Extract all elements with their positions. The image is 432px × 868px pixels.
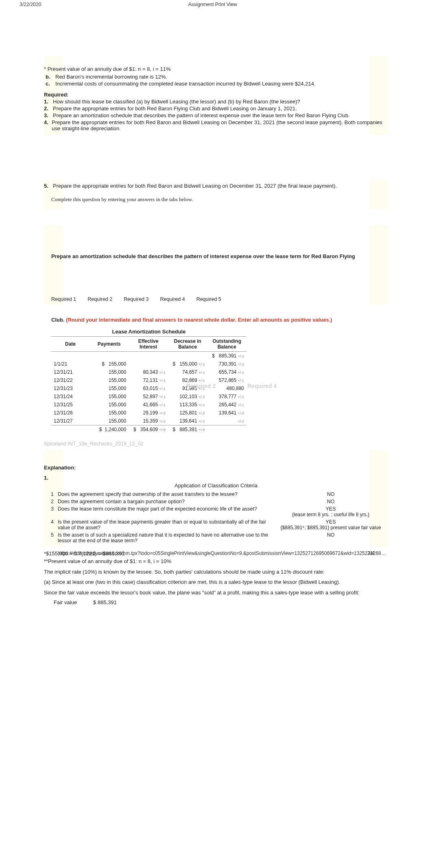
required-item: Prepare an amortization schedule that de… bbox=[53, 112, 350, 118]
tab-required-4[interactable]: Required 4 bbox=[160, 296, 185, 302]
criteria-row: 3Does the lease term constitute the majo… bbox=[45, 506, 387, 518]
para-implicit-rate: The implicit rate (10%) is known by the … bbox=[44, 568, 388, 576]
tab-required-2[interactable]: Required 2 bbox=[87, 296, 112, 302]
para-classification-a: (a) Since at least one (two in this case… bbox=[44, 579, 388, 586]
criteria-row: 2Does the agreement contain a bargain pu… bbox=[45, 498, 387, 505]
required-heading: Required: bbox=[44, 92, 388, 98]
amortization-table: DatePaymentsEffective InterestDecrease i… bbox=[51, 336, 247, 434]
para-fairvalue: Since the fair value exceeds the lessor'… bbox=[44, 589, 388, 596]
print-date: 3/22/2020 bbox=[20, 2, 41, 7]
criteria-table: 1Does the agreement specify that ownersh… bbox=[44, 490, 388, 545]
fact-c: Incremental costs of consummating the co… bbox=[55, 81, 316, 87]
fair-value-label: Fair value bbox=[54, 599, 77, 605]
criteria-row: 4Is the present value of the lease payme… bbox=[45, 519, 387, 531]
table-row: 12/31/27155,00015,359+/-2139,641+/-2+/-2 bbox=[51, 417, 247, 425]
footer-page-number: 3/4 bbox=[367, 550, 374, 556]
required-item: How should this lease be classified (a) … bbox=[53, 99, 300, 105]
watermark-req4: Required 4 bbox=[247, 383, 277, 389]
table-row: 1/1/21$ 155,000$ 155,000+/-1730,391+/-2 bbox=[51, 360, 247, 368]
club-prefix: Club. bbox=[51, 317, 66, 323]
tab-required-3[interactable]: Required 3 bbox=[124, 296, 148, 302]
table-row: 12/31/22155,00072,131+/-182,869+/-1572,8… bbox=[51, 376, 247, 384]
required-list: 1.How should this lease be classified (a… bbox=[44, 99, 388, 132]
required-item: Prepare the appropriate entries for both… bbox=[53, 105, 297, 112]
schedule-instruction: Prepare an amortization schedule that de… bbox=[51, 252, 388, 261]
fact-list: b.Red Baron's incremental borrowing rate… bbox=[46, 74, 388, 87]
criteria-row: 1Does the agreement specify that ownersh… bbox=[45, 491, 387, 498]
table-row: 12/31/25155,00041,665+/-1113,335+/-1265,… bbox=[51, 401, 247, 409]
pv-note-2: **Present value of an annuity due of $1:… bbox=[44, 558, 388, 564]
part-1-heading: 1. bbox=[44, 475, 388, 481]
table-row: 12/31/26155,00029,199+/-2125,801+/-2139,… bbox=[51, 409, 247, 417]
schedule-instruction-red: (Round your intermediate and final answe… bbox=[66, 317, 332, 323]
required-5: 5.Prepare the appropriate entries for bo… bbox=[44, 183, 388, 189]
watermark-req2: Required 2 bbox=[186, 383, 216, 389]
required-item: Prepare the appropriate entries for both… bbox=[52, 119, 388, 132]
required-5-text: Prepare the appropriate entries for both… bbox=[53, 183, 337, 189]
table-row: 12/31/21155,00080,343+/-174,657+/-1655,7… bbox=[51, 368, 247, 376]
table-row: 12/31/23155,00063,015+/-191,985+/-1480,8… bbox=[51, 384, 247, 392]
tabs-instruction: Complete this question by entering your … bbox=[51, 196, 388, 203]
rechecks-note: Spiceland INT_10e_Rechecks_2019_12_02 bbox=[44, 441, 388, 447]
page-title: Assignment Print View bbox=[41, 2, 384, 7]
footer-url: https://ezto.mheducation.com/hm.tpx?todo… bbox=[58, 550, 386, 556]
table-row: 12/31/24155,00052,897+/-1102,103+/-1378,… bbox=[51, 392, 247, 401]
tab-required-1[interactable]: Required 1 bbox=[51, 296, 76, 302]
fact-tag-c: c. bbox=[46, 81, 53, 87]
fair-value-amount: $ 885,391 bbox=[93, 599, 117, 605]
amort-title: Lease Amortization Schedule bbox=[51, 329, 247, 335]
pv-note: * Present value of an annuity due of $1:… bbox=[44, 66, 388, 72]
explanation-heading: Explanation: bbox=[44, 465, 388, 471]
fact-tag-b: b. bbox=[46, 74, 53, 80]
criteria-title: Application of Classification Criteria bbox=[44, 482, 388, 489]
tab-bar: Required 1Required 2Required 3Required 4… bbox=[51, 296, 388, 302]
fact-b: Red Baron's incremental borrowing rate i… bbox=[55, 74, 167, 80]
criteria-row: 5Is the asset is of such a specialized n… bbox=[45, 532, 387, 544]
tab-required-5[interactable]: Required 5 bbox=[196, 296, 221, 302]
